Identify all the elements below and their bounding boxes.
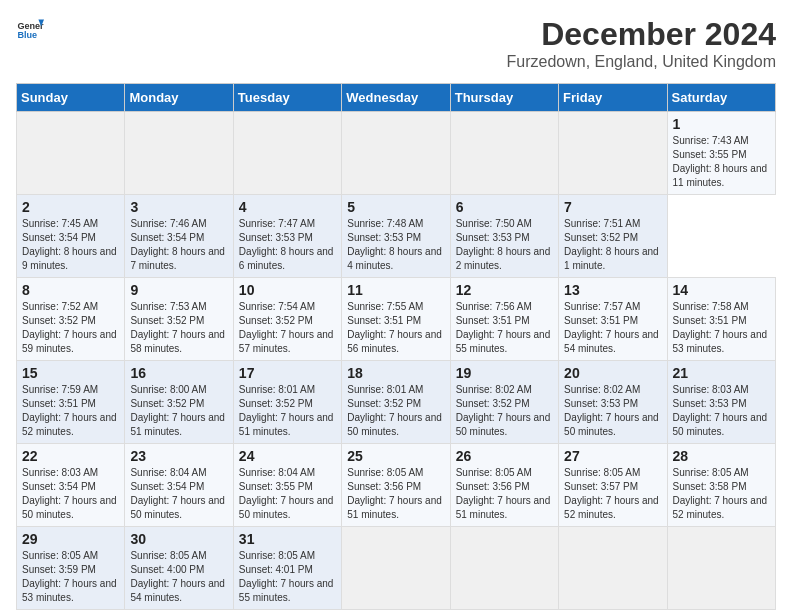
day-info: Sunrise: 7:55 AMSunset: 3:51 PMDaylight:… (347, 300, 444, 356)
calendar-cell: 1Sunrise: 7:43 AMSunset: 3:55 PMDaylight… (667, 112, 775, 195)
day-info: Sunrise: 8:05 AMSunset: 3:56 PMDaylight:… (347, 466, 444, 522)
calendar-cell: 20Sunrise: 8:02 AMSunset: 3:53 PMDayligh… (559, 361, 667, 444)
calendar-cell (450, 527, 558, 610)
day-info: Sunrise: 8:04 AMSunset: 3:55 PMDaylight:… (239, 466, 336, 522)
day-number: 17 (239, 365, 336, 381)
calendar-week-row: 1Sunrise: 7:43 AMSunset: 3:55 PMDaylight… (17, 112, 776, 195)
calendar-cell: 18Sunrise: 8:01 AMSunset: 3:52 PMDayligh… (342, 361, 450, 444)
calendar-cell: 3Sunrise: 7:46 AMSunset: 3:54 PMDaylight… (125, 195, 233, 278)
day-info: Sunrise: 8:05 AMSunset: 3:59 PMDaylight:… (22, 549, 119, 605)
day-number: 7 (564, 199, 661, 215)
day-number: 27 (564, 448, 661, 464)
day-number: 20 (564, 365, 661, 381)
day-number: 4 (239, 199, 336, 215)
day-number: 9 (130, 282, 227, 298)
day-number: 2 (22, 199, 119, 215)
day-number: 5 (347, 199, 444, 215)
day-info: Sunrise: 7:51 AMSunset: 3:52 PMDaylight:… (564, 217, 661, 273)
day-number: 25 (347, 448, 444, 464)
day-info: Sunrise: 8:03 AMSunset: 3:54 PMDaylight:… (22, 466, 119, 522)
calendar-cell (125, 112, 233, 195)
day-header-tuesday: Tuesday (233, 84, 341, 112)
calendar-cell: 23Sunrise: 8:04 AMSunset: 3:54 PMDayligh… (125, 444, 233, 527)
main-title: December 2024 (507, 16, 777, 53)
calendar-week-row: 22Sunrise: 8:03 AMSunset: 3:54 PMDayligh… (17, 444, 776, 527)
day-info: Sunrise: 7:57 AMSunset: 3:51 PMDaylight:… (564, 300, 661, 356)
day-number: 6 (456, 199, 553, 215)
day-number: 22 (22, 448, 119, 464)
calendar-cell: 4Sunrise: 7:47 AMSunset: 3:53 PMDaylight… (233, 195, 341, 278)
calendar-cell (17, 112, 125, 195)
calendar-week-row: 15Sunrise: 7:59 AMSunset: 3:51 PMDayligh… (17, 361, 776, 444)
day-number: 11 (347, 282, 444, 298)
calendar-cell: 27Sunrise: 8:05 AMSunset: 3:57 PMDayligh… (559, 444, 667, 527)
title-area: December 2024 Furzedown, England, United… (507, 16, 777, 71)
day-info: Sunrise: 8:00 AMSunset: 3:52 PMDaylight:… (130, 383, 227, 439)
calendar-table: SundayMondayTuesdayWednesdayThursdayFrid… (16, 83, 776, 610)
day-number: 12 (456, 282, 553, 298)
calendar-cell (342, 112, 450, 195)
day-number: 10 (239, 282, 336, 298)
calendar-header-row: SundayMondayTuesdayWednesdayThursdayFrid… (17, 84, 776, 112)
day-number: 19 (456, 365, 553, 381)
subtitle: Furzedown, England, United Kingdom (507, 53, 777, 71)
day-info: Sunrise: 7:47 AMSunset: 3:53 PMDaylight:… (239, 217, 336, 273)
day-number: 1 (673, 116, 770, 132)
calendar-cell: 5Sunrise: 7:48 AMSunset: 3:53 PMDaylight… (342, 195, 450, 278)
day-info: Sunrise: 8:05 AMSunset: 3:57 PMDaylight:… (564, 466, 661, 522)
day-info: Sunrise: 8:05 AMSunset: 4:00 PMDaylight:… (130, 549, 227, 605)
day-info: Sunrise: 8:05 AMSunset: 4:01 PMDaylight:… (239, 549, 336, 605)
day-info: Sunrise: 7:48 AMSunset: 3:53 PMDaylight:… (347, 217, 444, 273)
calendar-cell: 7Sunrise: 7:51 AMSunset: 3:52 PMDaylight… (559, 195, 667, 278)
calendar-cell: 26Sunrise: 8:05 AMSunset: 3:56 PMDayligh… (450, 444, 558, 527)
calendar-cell (450, 112, 558, 195)
calendar-week-row: 29Sunrise: 8:05 AMSunset: 3:59 PMDayligh… (17, 527, 776, 610)
day-info: Sunrise: 8:01 AMSunset: 3:52 PMDaylight:… (239, 383, 336, 439)
day-info: Sunrise: 7:56 AMSunset: 3:51 PMDaylight:… (456, 300, 553, 356)
day-info: Sunrise: 8:04 AMSunset: 3:54 PMDaylight:… (130, 466, 227, 522)
calendar-body: 1Sunrise: 7:43 AMSunset: 3:55 PMDaylight… (17, 112, 776, 610)
calendar-cell: 13Sunrise: 7:57 AMSunset: 3:51 PMDayligh… (559, 278, 667, 361)
day-info: Sunrise: 7:46 AMSunset: 3:54 PMDaylight:… (130, 217, 227, 273)
logo: General Blue (16, 16, 44, 44)
calendar-cell: 6Sunrise: 7:50 AMSunset: 3:53 PMDaylight… (450, 195, 558, 278)
calendar-cell: 28Sunrise: 8:05 AMSunset: 3:58 PMDayligh… (667, 444, 775, 527)
day-number: 21 (673, 365, 770, 381)
calendar-week-row: 8Sunrise: 7:52 AMSunset: 3:52 PMDaylight… (17, 278, 776, 361)
day-info: Sunrise: 7:45 AMSunset: 3:54 PMDaylight:… (22, 217, 119, 273)
day-number: 28 (673, 448, 770, 464)
calendar-cell: 22Sunrise: 8:03 AMSunset: 3:54 PMDayligh… (17, 444, 125, 527)
calendar-cell: 25Sunrise: 8:05 AMSunset: 3:56 PMDayligh… (342, 444, 450, 527)
calendar-cell: 11Sunrise: 7:55 AMSunset: 3:51 PMDayligh… (342, 278, 450, 361)
calendar-cell: 10Sunrise: 7:54 AMSunset: 3:52 PMDayligh… (233, 278, 341, 361)
day-info: Sunrise: 7:53 AMSunset: 3:52 PMDaylight:… (130, 300, 227, 356)
day-header-wednesday: Wednesday (342, 84, 450, 112)
calendar-cell (342, 527, 450, 610)
day-info: Sunrise: 7:54 AMSunset: 3:52 PMDaylight:… (239, 300, 336, 356)
calendar-cell (667, 527, 775, 610)
day-header-saturday: Saturday (667, 84, 775, 112)
calendar-cell: 19Sunrise: 8:02 AMSunset: 3:52 PMDayligh… (450, 361, 558, 444)
day-info: Sunrise: 7:50 AMSunset: 3:53 PMDaylight:… (456, 217, 553, 273)
day-number: 8 (22, 282, 119, 298)
calendar-cell: 8Sunrise: 7:52 AMSunset: 3:52 PMDaylight… (17, 278, 125, 361)
day-number: 24 (239, 448, 336, 464)
calendar-cell: 15Sunrise: 7:59 AMSunset: 3:51 PMDayligh… (17, 361, 125, 444)
header: General Blue December 2024 Furzedown, En… (16, 16, 776, 71)
logo-icon: General Blue (16, 16, 44, 44)
svg-text:Blue: Blue (17, 30, 37, 40)
calendar-cell: 9Sunrise: 7:53 AMSunset: 3:52 PMDaylight… (125, 278, 233, 361)
calendar-cell: 17Sunrise: 8:01 AMSunset: 3:52 PMDayligh… (233, 361, 341, 444)
calendar-cell (559, 527, 667, 610)
day-header-sunday: Sunday (17, 84, 125, 112)
day-info: Sunrise: 8:05 AMSunset: 3:58 PMDaylight:… (673, 466, 770, 522)
calendar-cell: 31Sunrise: 8:05 AMSunset: 4:01 PMDayligh… (233, 527, 341, 610)
day-header-friday: Friday (559, 84, 667, 112)
day-info: Sunrise: 8:01 AMSunset: 3:52 PMDaylight:… (347, 383, 444, 439)
day-number: 3 (130, 199, 227, 215)
day-number: 16 (130, 365, 227, 381)
day-info: Sunrise: 8:02 AMSunset: 3:53 PMDaylight:… (564, 383, 661, 439)
calendar-cell: 14Sunrise: 7:58 AMSunset: 3:51 PMDayligh… (667, 278, 775, 361)
calendar-cell (559, 112, 667, 195)
day-info: Sunrise: 8:02 AMSunset: 3:52 PMDaylight:… (456, 383, 553, 439)
